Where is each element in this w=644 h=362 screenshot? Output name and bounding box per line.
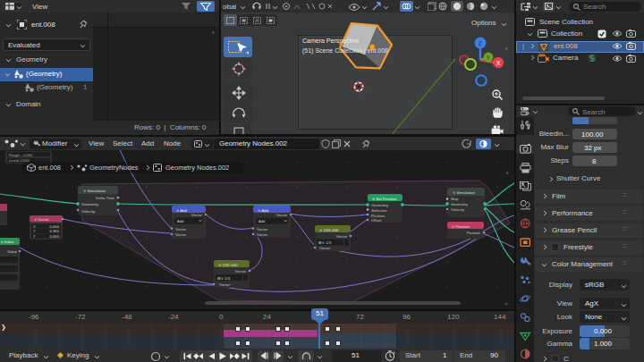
svg-text:☰∨ 1/3: ☰∨ 1/3: [318, 240, 332, 245]
svg-text:Add: Add: [258, 219, 266, 223]
svg-text:Selection: Selection: [371, 208, 387, 213]
svg-text:Y: Y: [487, 55, 491, 61]
svg-text:∨ Simulation: ∨ Simulation: [453, 190, 475, 195]
svg-text:Z: Z: [33, 234, 36, 239]
svg-text:Skip: Skip: [451, 197, 459, 201]
svg-text:Y: Y: [33, 229, 36, 233]
svg-text:Vector: Vector: [175, 232, 187, 237]
svg-text:X: X: [496, 60, 501, 66]
svg-text:Velocity: Velocity: [81, 209, 96, 214]
svg-text:∨ 1/31.000: ∨ 1/31.000: [218, 263, 238, 267]
svg-text:Vector: Vector: [191, 213, 203, 217]
svg-text:Z: Z: [479, 40, 483, 46]
svg-text:☰∨ 1/3: ☰∨ 1/3: [217, 276, 231, 281]
svg-text:0.350: 0.350: [50, 229, 60, 233]
svg-text:Delta Time: Delta Time: [96, 196, 115, 200]
svg-text:Geometry: Geometry: [81, 202, 99, 206]
svg-text:Vector: Vector: [219, 282, 231, 287]
svg-text:∨ 1/31.000: ∨ 1/31.000: [319, 228, 339, 232]
svg-text:Vector: Vector: [175, 227, 187, 232]
svg-text:Position: Position: [371, 214, 386, 218]
svg-text:Vector: Vector: [276, 213, 288, 217]
svg-text:∨ Add: ∨ Add: [258, 208, 269, 213]
svg-text:Vector: Vector: [336, 234, 348, 239]
svg-text:Value: Value: [7, 249, 17, 254]
svg-text:∨ Add: ∨ Add: [176, 208, 188, 213]
svg-text:∨ Simulation: ∨ Simulation: [83, 189, 106, 193]
svg-text:Geometry: Geometry: [451, 202, 469, 206]
svg-text:Vector: Vector: [235, 269, 247, 274]
svg-text:Position: Position: [467, 231, 481, 235]
svg-text:e Index: e Index: [1, 240, 14, 244]
svg-text:0.000: 0.000: [50, 234, 60, 239]
svg-text:X: X: [33, 224, 36, 229]
svg-text:Vector: Vector: [257, 227, 268, 232]
svg-text:Geometry: Geometry: [371, 203, 389, 207]
svg-text:Velocity: Velocity: [451, 207, 465, 212]
svg-text:Offset: Offset: [371, 218, 382, 223]
svg-text:∨ Set Position: ∨ Set Position: [372, 197, 397, 201]
svg-text:Vector: Vector: [319, 246, 331, 250]
svg-text:∨ Vector: ∨ Vector: [34, 217, 49, 222]
svg-text:Vector: Vector: [257, 232, 268, 237]
svg-text:0.000: 0.000: [50, 224, 60, 229]
svg-text:Add: Add: [177, 219, 184, 223]
svg-text:∨ Position: ∨ Position: [452, 224, 470, 229]
